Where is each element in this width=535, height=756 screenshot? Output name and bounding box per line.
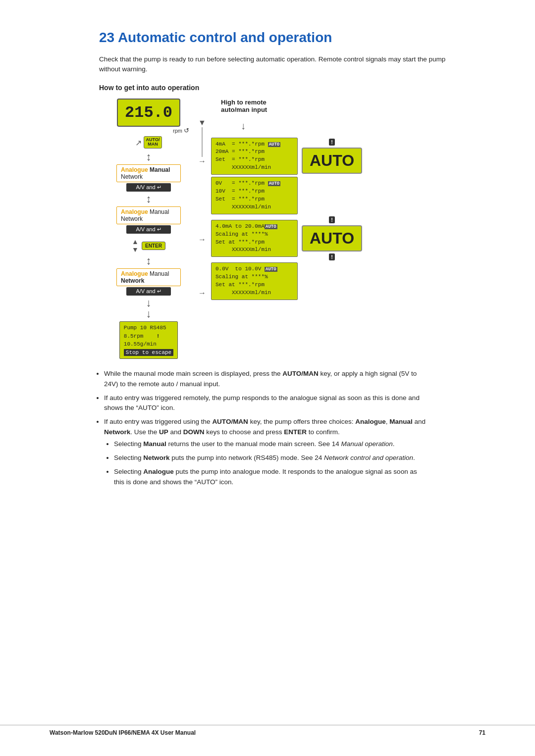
av-and-2: A/V and ↵ [126, 225, 171, 234]
auto-excl-2: ! AUTO ! [302, 216, 362, 260]
screen-4ma-20ma: 4.0mA to 20.0mAAUTO Scaling at ****% Set… [211, 220, 298, 257]
lcd-value: 215.0 [125, 103, 172, 122]
diagram: 215.0 rpm ↺ ↗ AUTO/MAN ↕ Analogue Manual… [99, 99, 485, 359]
bullet-2: If auto entry was triggered remotely, th… [104, 393, 431, 413]
screen-row-3: 4.0mA to 20.0mAAUTO Scaling at ****% Set… [211, 216, 362, 260]
lcd-unit: rpm ↺ [173, 127, 189, 134]
sub-bullet-manual: Selecting Manual returns the user to the… [114, 439, 421, 449]
sub-bullet-list: Selecting Manual returns the user to the… [114, 439, 431, 487]
screen-row-1: 4mA = ***.*rpm AUTO 20mA = ***.*rpm Set … [211, 138, 362, 175]
arrow-down-remote: ↓ [241, 120, 246, 132]
sub-bullet-analogue: Selecting Analogue puts the pump into an… [114, 467, 421, 487]
footer-right: 71 [479, 729, 485, 736]
arrow-down-2: ↕ [146, 194, 152, 204]
page-title: 23 Automatic control and operation [99, 30, 485, 46]
pump-rs485-box: Pump 10 RS485 8.5rpm ! 10.55g/min Stop t… [119, 321, 178, 359]
auto-man-badge: AUTO/MAN [144, 136, 162, 149]
excl-badge-2: ! [329, 216, 335, 223]
arrow-down-3: ↕ [146, 255, 152, 266]
screen-row-2: 0V = ***.*rpm AUTO 10V = ***.*rpm Set = … [211, 177, 298, 214]
excl-badge-3: ! [329, 253, 335, 260]
sub-bullet-network: Selecting Network puts the pump into net… [114, 453, 421, 463]
arrow-down-5: ↓ [146, 308, 152, 319]
screen-v-auto: 0V = ***.*rpm AUTO 10V = ***.*rpm Set = … [211, 177, 298, 214]
stop-escape-label: Stop to escape [124, 349, 173, 356]
intro-paragraph: Check that the pump is ready to run befo… [99, 54, 446, 75]
arrow-right-main: ▼ → → → [198, 99, 206, 298]
bullet-1: While the maunal mode main screen is dis… [104, 369, 431, 389]
av-and-3: A/V and ↵ [126, 287, 171, 296]
section-heading: How to get into auto operation [99, 84, 485, 92]
enter-key: ENTER [142, 242, 165, 250]
excl-badge-1: ! [329, 139, 335, 146]
screen-0v-10v: 0.0V to 10.0V AUTO Scaling at ****% Set … [211, 262, 298, 300]
amn-box-2: Analogue ManualNetwork [116, 206, 181, 224]
nav-keys: ▲ ▼ [132, 238, 139, 253]
remote-label: High to remoteauto/man input [221, 99, 267, 113]
diagram-right-column: High to remoteauto/man input ↓ 4mA = ***… [211, 99, 362, 300]
arrow-down-4: ↓ [146, 298, 152, 308]
footer-left: Watson-Marlow 520DuN IP66/NEMA 4X User M… [50, 729, 196, 736]
av-and-1: A/V and ↵ [126, 183, 171, 192]
amn-box-1: Analogue ManualNetwork [116, 164, 181, 182]
diagram-left-column: 215.0 rpm ↺ ↗ AUTO/MAN ↕ Analogue Manual… [99, 99, 198, 359]
screen-row-4: 0.0V to 10.0V AUTO Scaling at ****% Set … [211, 262, 298, 300]
auto-big-1: AUTO [302, 148, 362, 174]
footer: Watson-Marlow 520DuN IP66/NEMA 4X User M… [0, 725, 535, 736]
amn-box-3: Analogue ManualNetwork [116, 268, 181, 286]
lcd-display: 215.0 [117, 99, 180, 127]
auto-excl-1: ! AUTO [302, 139, 362, 174]
bullet-3: If auto entry was triggered using the AU… [104, 417, 431, 487]
screen-ma-auto: 4mA = ***.*rpm AUTO 20mA = ***.*rpm Set … [211, 138, 298, 175]
bullet-list: While the maunal mode main screen is dis… [104, 369, 485, 487]
auto-big-2: AUTO [302, 225, 362, 252]
arrow-down-1: ↕ [146, 151, 152, 162]
